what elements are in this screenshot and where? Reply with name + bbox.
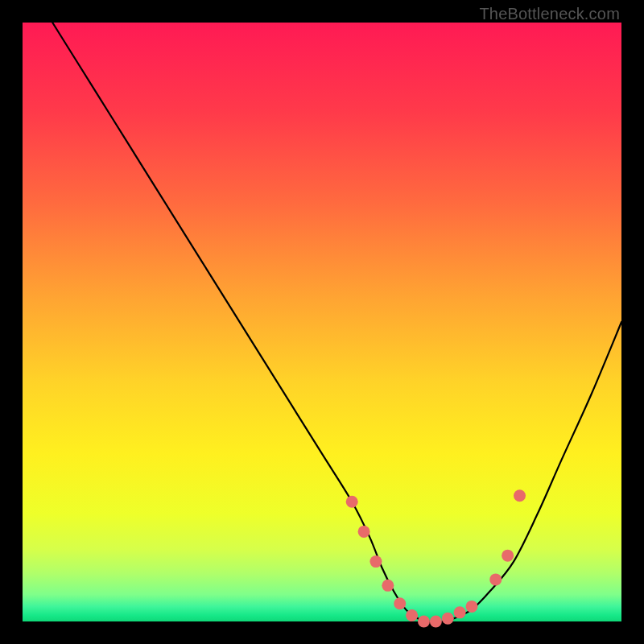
highlight-marker <box>430 616 442 628</box>
highlight-marker <box>382 580 394 592</box>
highlight-marker <box>369 555 382 568</box>
highlight-marker <box>454 606 466 618</box>
chart-plot-area <box>23 23 621 621</box>
highlight-marker <box>406 609 418 621</box>
chart-frame <box>23 23 621 621</box>
highlight-marker <box>489 573 502 585</box>
bottleneck-curve-line <box>52 23 621 621</box>
watermark-text: TheBottleneck.com <box>479 5 620 23</box>
highlight-marker <box>346 496 358 508</box>
highlight-marker <box>418 616 430 628</box>
highlight-marker <box>466 601 478 613</box>
highlight-marker <box>514 489 526 502</box>
highlight-marker <box>502 550 514 562</box>
highlight-marker <box>358 526 370 538</box>
highlight-marker <box>442 613 454 625</box>
highlight-marker-group <box>346 489 526 627</box>
highlight-marker <box>394 597 406 609</box>
